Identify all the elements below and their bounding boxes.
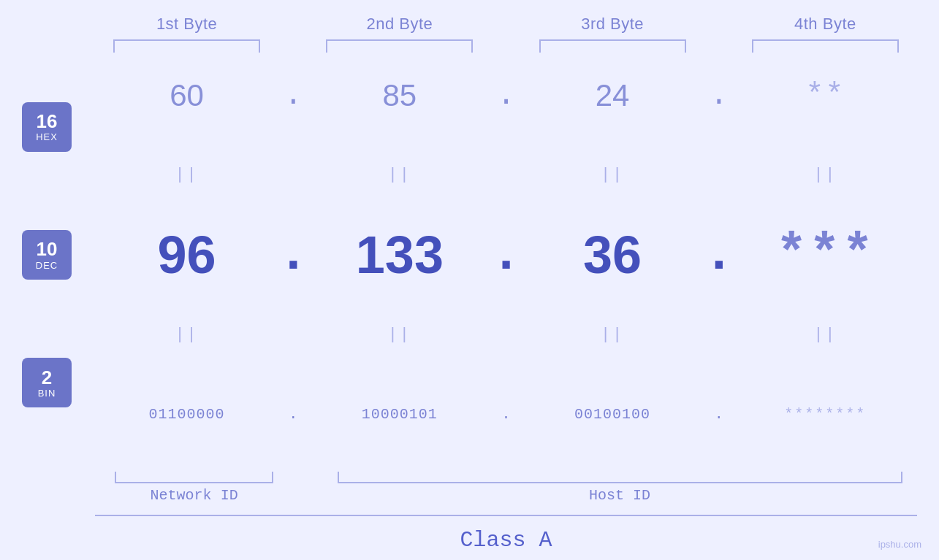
byte-label-2: 2nd Byte [366, 15, 433, 34]
bin-byte-3: 00100100 [521, 406, 704, 423]
byte-col-1: 1st Byte [95, 15, 278, 53]
byte-col-2: 2nd Byte [308, 15, 491, 53]
hex-dot-2: . [492, 78, 521, 113]
bin-byte-2: 10000101 [308, 406, 491, 423]
main-container: 1st Byte 2nd Byte 3rd Byte 4th Byte 16 H… [0, 0, 939, 560]
dec-byte-2: 133 [308, 225, 491, 285]
dec-dot-1: . [278, 225, 308, 285]
bin-dot-1: . [278, 406, 308, 423]
bracket-top-3 [539, 39, 686, 53]
hex-byte-3: 24 [521, 78, 704, 113]
watermark: ipshu.com [878, 539, 921, 550]
bin-row: 01100000 . 10000101 . 00100100 . [95, 375, 917, 454]
badge-dec: 10 DEC [22, 230, 72, 280]
dec-row: 96 . 133 . 36 . *** [95, 215, 917, 294]
byte-label-1: 1st Byte [156, 15, 217, 34]
badges-column: 16 HEX 10 DEC 2 BIN [22, 55, 95, 469]
hex-byte-2: 85 [308, 78, 491, 113]
bin-byte-1: 01100000 [95, 406, 278, 423]
byte-label-4: 4th Byte [794, 15, 856, 34]
hex-byte-1: 60 [95, 78, 278, 113]
equals-row-1: || || || || [95, 135, 917, 215]
byte-col-3: 3rd Byte [521, 15, 704, 53]
hex-dot-3: . [704, 78, 734, 113]
hex-row: 60 . 85 . 24 . ** [95, 55, 917, 135]
class-label: Class A [460, 528, 552, 553]
bracket-top-1 [113, 39, 260, 53]
hex-dot-1: . [278, 78, 308, 113]
bin-dot-2: . [492, 406, 521, 423]
badge-hex: 16 HEX [22, 102, 72, 152]
dec-dot-2: . [492, 225, 521, 285]
badge-bin: 2 BIN [22, 358, 72, 407]
dec-byte-4: *** [734, 225, 917, 285]
hex-byte-4: ** [734, 78, 917, 113]
bracket-top-2 [326, 39, 473, 53]
dec-byte-1: 96 [95, 225, 278, 285]
byte-label-3: 3rd Byte [581, 15, 644, 34]
dec-dot-3: . [704, 225, 734, 285]
host-id-label: Host ID [589, 487, 650, 504]
bin-byte-4: ******** [734, 406, 917, 423]
bracket-top-4 [752, 39, 899, 53]
network-id-label: Network ID [151, 487, 238, 504]
dec-byte-3: 36 [521, 225, 704, 285]
equals-row-2: || || || || [95, 295, 917, 375]
byte-col-4: 4th Byte [734, 15, 917, 53]
bin-dot-3: . [704, 406, 734, 423]
